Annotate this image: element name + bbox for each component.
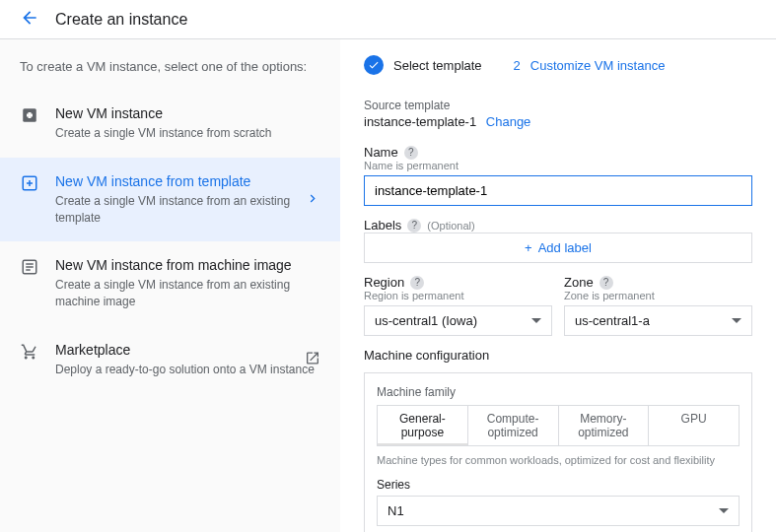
series-value: N1 xyxy=(388,503,404,518)
series-label: Series xyxy=(377,478,740,492)
region-hint: Region is permanent xyxy=(364,290,552,301)
family-note: Machine types for common workloads, opti… xyxy=(377,454,740,466)
option-title: New VM instance from machine image xyxy=(55,257,320,273)
region-value: us-central1 (Iowa) xyxy=(375,313,477,328)
sidebar-intro: To create a VM instance, select one of t… xyxy=(0,59,340,90)
chevron-down-icon xyxy=(531,318,541,323)
step-label: Select template xyxy=(393,58,482,73)
page-title: Create an instance xyxy=(55,11,187,29)
sidebar: To create a VM instance, select one of t… xyxy=(0,39,340,532)
name-field-group: Name ? Name is permanent xyxy=(364,145,752,206)
option-new-vm-image[interactable]: New VM instance from machine image Creat… xyxy=(0,241,340,326)
name-label: Name xyxy=(364,145,398,160)
option-new-vm-template[interactable]: New VM instance from template Create a s… xyxy=(0,158,340,242)
source-label: Source template xyxy=(364,99,752,112)
back-arrow-icon[interactable] xyxy=(20,8,39,31)
zone-value: us-central1-a xyxy=(575,313,650,328)
stepper: Select template 2 Customize VM instance xyxy=(364,55,752,75)
region-label: Region xyxy=(364,275,404,290)
cart-icon xyxy=(20,342,39,362)
step-label: Customize VM instance xyxy=(530,58,666,73)
zone-field-group: Zone ? Zone is permanent us-central1-a xyxy=(564,275,752,336)
zone-hint: Zone is permanent xyxy=(564,290,752,301)
vm-icon xyxy=(20,105,39,125)
option-title: Marketplace xyxy=(55,342,320,358)
image-icon xyxy=(20,257,39,277)
series-select[interactable]: N1 xyxy=(377,496,740,526)
option-desc: Create a single VM instance from scratch xyxy=(55,125,320,142)
option-title: New VM instance xyxy=(55,105,320,121)
plus-icon: + xyxy=(525,240,532,255)
step-customize[interactable]: 2 Customize VM instance xyxy=(514,58,666,73)
option-desc: Create a single VM instance from an exis… xyxy=(55,277,320,310)
template-icon xyxy=(20,173,39,193)
check-icon xyxy=(364,55,384,75)
labels-field-group: Labels ? (Optional) + Add label xyxy=(364,218,752,263)
page-header: Create an instance xyxy=(0,0,776,39)
zone-label: Zone xyxy=(564,275,594,290)
machine-family-tabs: General-purpose Compute-optimized Memory… xyxy=(377,405,740,446)
labels-optional: (Optional) xyxy=(427,220,474,232)
tab-gpu[interactable]: GPU xyxy=(649,406,739,445)
labels-label: Labels xyxy=(364,218,401,233)
name-hint: Name is permanent xyxy=(364,160,752,171)
zone-select[interactable]: us-central1-a xyxy=(564,305,752,336)
source-value: instance-template-1 xyxy=(364,114,476,129)
option-title: New VM instance from template xyxy=(55,173,320,189)
option-desc: Deploy a ready-to-go solution onto a VM … xyxy=(55,362,320,378)
chevron-right-icon xyxy=(305,190,320,209)
add-label-text: Add label xyxy=(538,240,592,255)
help-icon[interactable]: ? xyxy=(404,146,418,160)
region-select[interactable]: us-central1 (Iowa) xyxy=(364,305,552,336)
tab-general-purpose[interactable]: General-purpose xyxy=(378,406,468,445)
main-content: Select template 2 Customize VM instance … xyxy=(340,39,776,532)
help-icon[interactable]: ? xyxy=(600,276,613,290)
step-number: 2 xyxy=(514,58,521,73)
region-field-group: Region ? Region is permanent us-central1… xyxy=(364,275,552,336)
help-icon[interactable]: ? xyxy=(407,219,421,233)
name-input[interactable] xyxy=(364,175,752,206)
step-select-template[interactable]: Select template xyxy=(364,55,482,75)
machine-config-heading: Machine configuration xyxy=(364,348,752,363)
tab-compute-optimized[interactable]: Compute-optimized xyxy=(468,406,559,445)
source-template-section: Source template instance-template-1 Chan… xyxy=(364,99,752,129)
option-desc: Create a single VM instance from an exis… xyxy=(55,193,320,227)
machine-family-label: Machine family xyxy=(377,385,740,399)
option-new-vm[interactable]: New VM instance Create a single VM insta… xyxy=(0,90,340,158)
tab-memory-optimized[interactable]: Memory-optimized xyxy=(559,406,650,445)
help-icon[interactable]: ? xyxy=(410,276,424,290)
machine-config-panel: Machine family General-purpose Compute-o… xyxy=(364,372,752,532)
add-label-button[interactable]: + Add label xyxy=(364,233,752,263)
change-link[interactable]: Change xyxy=(486,114,531,129)
chevron-down-icon xyxy=(732,318,741,323)
option-marketplace[interactable]: Marketplace Deploy a ready-to-go solutio… xyxy=(0,326,340,394)
launch-icon xyxy=(305,351,320,369)
svg-rect-2 xyxy=(27,114,33,117)
chevron-down-icon xyxy=(719,508,729,513)
